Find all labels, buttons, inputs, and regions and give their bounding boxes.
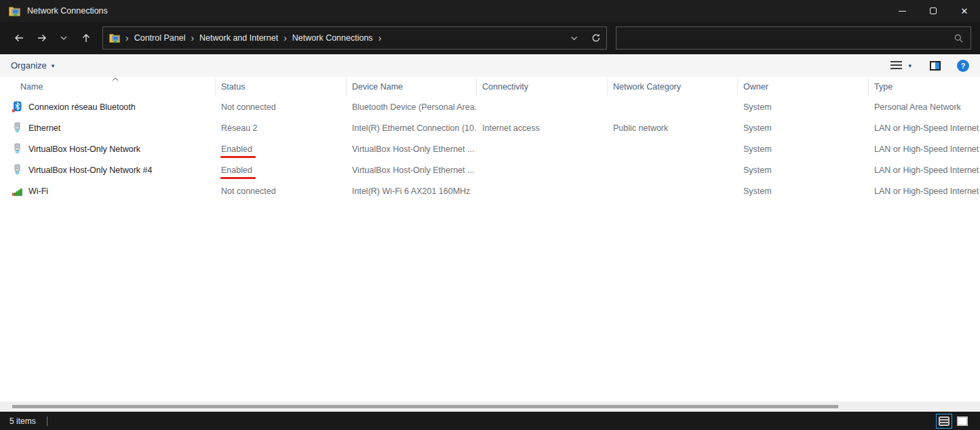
large-icons-view-icon [957,416,968,426]
close-button[interactable]: ✕ [949,0,980,22]
breadcrumb-chevron-icon: › [120,33,134,43]
status-bar: 5 items [0,412,980,430]
cell-status: Not connected [216,96,347,117]
bluetooth-icon [12,101,23,113]
command-bar-right: ▾ ? [890,60,969,72]
back-button[interactable] [9,28,29,48]
network-connections-window: Network Connections ✕ [0,0,980,430]
caret-down-icon: ▾ [52,62,55,69]
search-input[interactable] [623,33,954,43]
address-bar[interactable]: › Control Panel › Network and Internet ›… [102,26,607,50]
chevron-down-icon [60,35,68,41]
question-mark-icon: ? [961,62,966,70]
change-view-icon[interactable] [890,61,902,70]
column-header-type[interactable]: Type [869,77,980,96]
minimize-button[interactable] [886,0,918,22]
arrow-left-icon [14,33,25,43]
table-row[interactable]: Connexion réseau Bluetooth Not connected… [0,96,980,117]
table-row[interactable]: VirtualBox Host-Only Network #4 Enabled … [0,159,980,180]
organize-label: Organize [11,60,47,71]
details-view-icon [939,416,949,426]
horizontal-scrollbar-thumb[interactable] [12,405,838,408]
cell-status: Réseau 2 [216,117,347,138]
details-view-button[interactable] [936,414,952,429]
items-count: 5 items [9,416,36,426]
table-row[interactable]: Ethernet Réseau 2 Intel(R) Ethernet Conn… [0,117,980,138]
cell-owner: System [738,102,869,112]
cell-type: LAN or High-Speed Internet [869,123,980,133]
column-header-connectivity[interactable]: Connectivity [477,77,608,96]
network-connections-app-icon [9,5,20,17]
cell-name: Ethernet [0,122,216,134]
forward-button[interactable] [31,28,52,48]
cell-name: VirtualBox Host-Only Network #4 [0,164,216,176]
cell-name: Wi-Fi [0,185,216,197]
horizontal-scrollbar[interactable] [0,402,980,412]
maximize-icon [930,7,937,14]
cell-device-name: Intel(R) Wi-Fi 6 AX201 160MHz [347,187,477,196]
recent-locations-button[interactable] [54,28,74,48]
cell-owner: System [738,187,869,196]
table-row[interactable]: VirtualBox Host-Only Network Enabled Vir… [0,138,980,159]
list-empty-area [0,201,980,402]
help-button[interactable]: ? [957,60,969,72]
breadcrumb-chevron-icon: › [373,33,387,43]
address-dropdown-button[interactable] [563,28,585,48]
titlebar: Network Connections ✕ [0,0,980,22]
breadcrumb-chevron-icon: › [185,33,199,43]
command-bar: Organize ▾ ▾ ? [0,54,980,77]
cell-device-name: VirtualBox Host-Only Ethernet ... [347,165,477,175]
cell-name: VirtualBox Host-Only Network [0,143,216,155]
cell-name: Connexion réseau Bluetooth [0,101,216,113]
cell-type: Personal Area Network [869,102,980,112]
minimize-icon [899,11,906,12]
cell-device-name: Bluetooth Device (Personal Area... [347,102,477,112]
cell-type: LAN or High-Speed Internet [869,144,980,154]
navigation-bar: › Control Panel › Network and Internet ›… [0,22,980,54]
column-header-device-name[interactable]: Device Name [347,77,477,96]
main-pane: Organize ▾ ▾ ? Name Status Device Name C… [0,54,980,412]
table-row[interactable]: Wi-Fi Not connected Intel(R) Wi-Fi 6 AX2… [0,180,980,201]
breadcrumb-chevron-icon: › [278,33,292,43]
breadcrumb-network-and-internet[interactable]: Network and Internet [199,33,278,43]
column-header-owner[interactable]: Owner [738,77,869,96]
wifi-icon [12,185,23,197]
annotation-underline [220,177,256,179]
cell-status: Enabled [216,159,347,180]
refresh-button[interactable] [585,28,606,48]
organize-button[interactable]: Organize ▾ [11,60,54,71]
rows-container: Connexion réseau Bluetooth Not connected… [0,96,980,201]
ethernet-icon [12,164,23,176]
search-icon [954,33,964,43]
cell-type: LAN or High-Speed Internet [869,187,980,196]
cell-status: Enabled [216,138,347,159]
maximize-button[interactable] [918,0,949,22]
refresh-icon [590,33,601,43]
sort-ascending-icon [111,77,119,81]
cell-owner: System [738,123,869,133]
column-header-name[interactable]: Name [0,77,216,96]
address-bar-controls [563,28,606,48]
network-folder-icon [109,33,120,43]
column-header-status[interactable]: Status [216,77,347,96]
caret-down-icon[interactable]: ▾ [908,62,912,69]
close-icon: ✕ [961,7,968,16]
large-icons-view-button[interactable] [954,414,971,429]
cell-device-name: VirtualBox Host-Only Ethernet ... [347,144,477,154]
breadcrumb-control-panel[interactable]: Control Panel [134,33,186,43]
annotation-underline [220,156,256,158]
column-header-row: Name Status Device Name Connectivity Net… [0,77,980,96]
cell-owner: System [738,144,869,154]
cell-owner: System [738,165,869,175]
cell-connectivity: Internet access [477,123,608,133]
chevron-down-icon [570,36,578,41]
column-header-network-category[interactable]: Network Category [608,77,738,96]
search-box[interactable] [616,26,971,50]
arrow-right-icon [36,33,47,43]
up-button[interactable] [76,28,96,48]
cell-network-category: Public network [608,123,738,133]
preview-pane-icon[interactable] [930,61,941,71]
breadcrumb-network-connections[interactable]: Network Connections [292,33,373,43]
view-toggle-group [936,414,971,429]
cell-device-name: Intel(R) Ethernet Connection (10... [347,123,477,133]
